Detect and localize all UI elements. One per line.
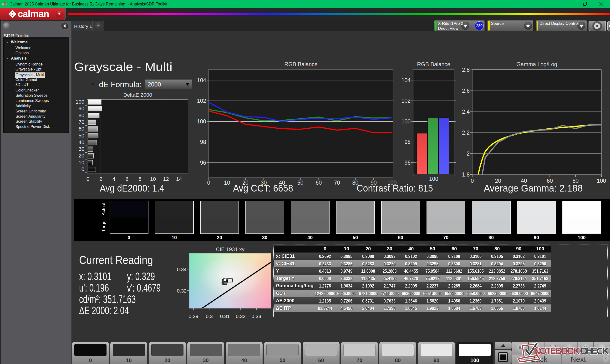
svg-text:0.32: 0.32 <box>177 288 187 294</box>
svg-text:NOTEBOOK: NOTEBOOK <box>534 346 580 356</box>
svg-text:10: 10 <box>79 160 84 166</box>
svg-text:DeltaE 2000: DeltaE 2000 <box>123 92 152 98</box>
svg-text:102: 102 <box>402 98 411 104</box>
svg-text:96: 96 <box>200 160 206 166</box>
svg-text:96: 96 <box>404 160 411 166</box>
svg-text:0.33: 0.33 <box>252 313 261 319</box>
svg-text:10: 10 <box>150 176 156 182</box>
svg-text:8: 8 <box>138 176 141 182</box>
svg-text:2: 2 <box>99 176 102 182</box>
svg-text:0: 0 <box>81 166 84 172</box>
svg-text:CHECK: CHECK <box>580 346 609 356</box>
svg-text:0.32: 0.32 <box>236 313 246 319</box>
svg-text:2.2: 2.2 <box>462 130 470 136</box>
svg-text:20: 20 <box>79 153 84 159</box>
svg-text:100: 100 <box>76 99 84 105</box>
svg-text:CIE 1931 xy: CIE 1931 xy <box>216 246 245 252</box>
svg-text:104: 104 <box>197 77 206 83</box>
svg-text:50: 50 <box>79 133 84 139</box>
svg-text:100: 100 <box>597 178 606 184</box>
svg-text:40: 40 <box>79 139 84 145</box>
svg-text:0.29: 0.29 <box>189 313 198 319</box>
svg-text:0.3: 0.3 <box>206 313 213 319</box>
svg-text:60: 60 <box>79 126 84 132</box>
svg-text:Gamma Log/Log: Gamma Log/Log <box>516 61 557 67</box>
svg-text:RGB Balance: RGB Balance <box>417 61 450 67</box>
svg-text:100: 100 <box>402 118 411 125</box>
svg-text:98: 98 <box>200 139 206 145</box>
svg-text:14: 14 <box>176 176 182 182</box>
svg-text:4: 4 <box>113 176 115 182</box>
svg-text:0: 0 <box>471 178 474 184</box>
svg-text:100: 100 <box>197 118 206 125</box>
svg-text:90: 90 <box>79 105 84 112</box>
svg-text:98: 98 <box>404 139 411 145</box>
svg-text:2: 2 <box>467 151 470 157</box>
svg-text:6: 6 <box>126 176 129 182</box>
svg-text:30: 30 <box>79 146 84 152</box>
svg-text:0.34: 0.34 <box>177 267 187 272</box>
svg-text:RGB Balance: RGB Balance <box>284 61 317 67</box>
svg-text:1.8: 1.8 <box>462 171 470 178</box>
svg-text:2.4: 2.4 <box>462 109 470 115</box>
svg-text:0: 0 <box>87 176 89 182</box>
svg-text:12: 12 <box>163 176 169 182</box>
svg-text:100: 100 <box>429 176 438 182</box>
svg-text:2.6: 2.6 <box>462 88 470 94</box>
svg-text:102: 102 <box>197 98 206 104</box>
svg-text:70: 70 <box>79 119 84 125</box>
svg-text:0.31: 0.31 <box>220 313 230 319</box>
svg-text:2.8: 2.8 <box>462 67 470 73</box>
svg-text:80: 80 <box>79 112 84 118</box>
svg-text:104: 104 <box>402 77 411 83</box>
